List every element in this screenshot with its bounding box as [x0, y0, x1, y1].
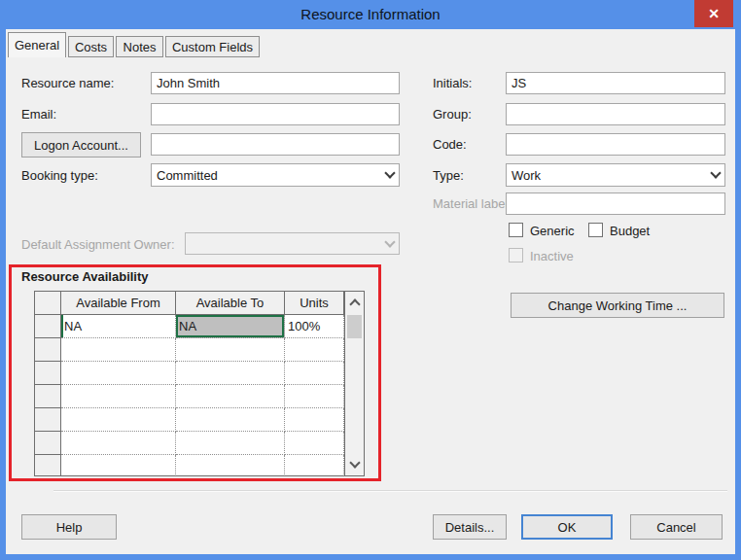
logon-account-input[interactable] — [151, 133, 400, 156]
cell-units[interactable]: 100% — [285, 315, 344, 338]
default-assignment-owner-label: Default Assignment Owner: — [21, 236, 175, 253]
availability-header-row: Available From Available To Units — [35, 292, 364, 315]
row-selector-header — [35, 292, 61, 315]
empty-cell[interactable] — [285, 432, 344, 455]
help-button-label: Help — [56, 520, 83, 535]
tab-costs[interactable]: Costs — [68, 36, 114, 57]
empty-cell[interactable] — [285, 455, 344, 476]
row-selector[interactable] — [35, 338, 61, 362]
resource-name-label: Resource name: — [21, 75, 114, 91]
row-selector[interactable] — [35, 408, 61, 432]
row-selector[interactable] — [35, 455, 61, 476]
ok-button-label: OK — [558, 520, 577, 535]
window-titlebar[interactable]: Resource Information ✕ — [0, 0, 741, 29]
cancel-button[interactable]: Cancel — [630, 514, 723, 540]
footer-divider — [53, 490, 727, 492]
availability-table[interactable]: Available From Available To Units NA NA … — [34, 291, 365, 476]
window-title: Resource Information — [0, 0, 741, 29]
empty-cell[interactable] — [176, 338, 285, 362]
scrollbar-thumb[interactable] — [347, 315, 362, 338]
empty-cell[interactable] — [61, 455, 176, 476]
tab-notes-label: Notes — [124, 40, 157, 54]
empty-cell[interactable] — [61, 338, 176, 362]
default-assignment-owner-dropdown — [185, 232, 400, 255]
generic-checkbox-label[interactable]: Generic — [530, 223, 575, 239]
resource-name-input[interactable] — [151, 72, 400, 94]
tab-notes[interactable]: Notes — [116, 36, 163, 57]
budget-checkbox-label[interactable]: Budget — [610, 223, 650, 239]
ok-button[interactable]: OK — [521, 514, 613, 540]
row-selector[interactable] — [35, 362, 61, 385]
empty-cell[interactable] — [61, 408, 176, 432]
empty-cell[interactable] — [285, 408, 344, 432]
table-row[interactable] — [35, 432, 364, 455]
resource-information-dialog: Resource Information ✕ General Costs Not… — [0, 0, 741, 560]
empty-cell[interactable] — [176, 362, 285, 385]
logon-account-button[interactable]: Logon Account... — [21, 132, 141, 158]
close-button[interactable]: ✕ — [694, 0, 733, 27]
change-working-time-label: Change Working Time ... — [548, 298, 688, 313]
row-selector[interactable] — [35, 432, 61, 455]
cancel-button-label: Cancel — [656, 520, 695, 535]
col-header-available-to: Available To — [176, 292, 285, 315]
empty-cell[interactable] — [61, 385, 176, 408]
row-selector[interactable] — [35, 385, 61, 408]
row-selector[interactable] — [35, 315, 61, 338]
material-label-label: Material label: — [433, 195, 512, 212]
chevron-down-icon — [384, 167, 395, 178]
details-button[interactable]: Details... — [433, 514, 507, 540]
table-row[interactable] — [35, 338, 364, 362]
booking-type-value: Committed — [157, 168, 386, 183]
empty-cell[interactable] — [285, 385, 344, 408]
empty-cell[interactable] — [285, 362, 344, 385]
type-label: Type: — [433, 167, 464, 184]
empty-cell[interactable] — [285, 338, 344, 362]
col-header-available-from: Available From — [61, 292, 176, 315]
material-label-input — [506, 192, 725, 215]
booking-type-label: Booking type: — [21, 167, 98, 184]
empty-cell[interactable] — [176, 408, 285, 432]
empty-cell[interactable] — [61, 362, 176, 385]
tab-custom-fields-label: Custom Fields — [172, 40, 253, 54]
table-row[interactable] — [35, 385, 364, 408]
group-input[interactable] — [506, 103, 725, 125]
close-icon: ✕ — [708, 6, 720, 21]
inactive-checkbox-label: Inactive — [530, 248, 574, 264]
empty-cell[interactable] — [176, 432, 285, 455]
empty-cell[interactable] — [176, 385, 285, 408]
cell-available-from[interactable]: NA — [61, 315, 176, 338]
tab-custom-fields[interactable]: Custom Fields — [165, 36, 260, 57]
resource-availability-title: Resource Availability — [21, 269, 149, 284]
code-input[interactable] — [506, 133, 725, 156]
scroll-up-icon[interactable] — [349, 298, 360, 309]
table-row[interactable] — [35, 408, 364, 432]
chevron-down-icon — [384, 236, 395, 247]
help-button[interactable]: Help — [21, 514, 117, 540]
table-row[interactable] — [35, 455, 364, 476]
code-label: Code: — [433, 136, 467, 153]
chevron-down-icon — [710, 167, 721, 178]
inactive-checkbox — [509, 248, 523, 262]
table-row[interactable]: NA NA 100% — [35, 315, 364, 338]
type-dropdown[interactable]: Work — [506, 163, 725, 187]
generic-checkbox[interactable] — [509, 223, 523, 237]
budget-checkbox[interactable] — [588, 223, 603, 237]
initials-label: Initials: — [433, 75, 472, 91]
booking-type-dropdown[interactable]: Committed — [151, 163, 400, 187]
empty-cell[interactable] — [176, 455, 285, 476]
type-value: Work — [512, 168, 712, 183]
logon-account-button-label: Logon Account... — [34, 138, 128, 153]
initials-input[interactable] — [506, 72, 725, 94]
tab-general[interactable]: General — [8, 32, 66, 57]
scroll-down-icon[interactable] — [349, 457, 360, 468]
email-label: Email: — [21, 106, 56, 122]
table-scrollbar[interactable] — [344, 292, 364, 475]
email-input[interactable] — [151, 103, 400, 125]
empty-cell[interactable] — [61, 432, 176, 455]
table-row[interactable] — [35, 362, 364, 385]
details-button-label: Details... — [445, 520, 495, 535]
tab-costs-label: Costs — [75, 40, 107, 54]
group-label: Group: — [433, 106, 472, 122]
change-working-time-button[interactable]: Change Working Time ... — [511, 293, 724, 318]
cell-available-to-selected[interactable]: NA — [176, 315, 285, 338]
